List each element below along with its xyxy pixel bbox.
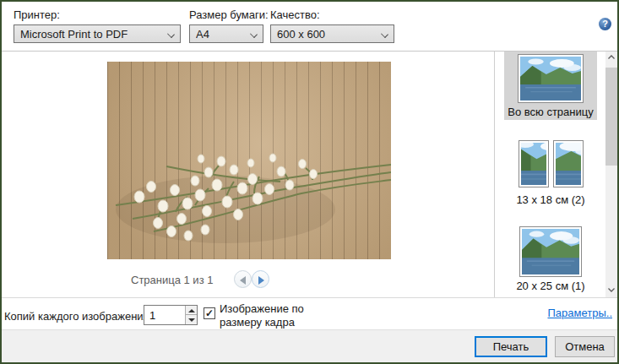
scrollbar-thumb[interactable] (605, 68, 617, 166)
page-status: Страница 1 из 1 (131, 274, 213, 286)
scroll-down-icon[interactable] (605, 285, 617, 298)
arrow-right-icon (258, 276, 264, 285)
layout-option-label: 13 x 18 см (2) (504, 193, 597, 206)
cancel-button[interactable]: Отмена (555, 336, 615, 357)
copies-input[interactable] (144, 306, 185, 324)
chevron-down-icon (381, 30, 388, 38)
lily-of-the-valley-illustration (107, 62, 391, 259)
chevron-down-icon (250, 30, 258, 38)
chevron-down-icon (167, 30, 175, 38)
panel-divider (494, 52, 495, 298)
paper-size-value: A4 (196, 28, 209, 41)
fit-to-frame-checkbox[interactable]: ✓ (204, 307, 215, 319)
copies-stepper (144, 305, 198, 325)
print-preview-photo (107, 62, 391, 259)
print-button[interactable]: Печать (475, 336, 547, 357)
quality-label: Качество: (270, 8, 320, 21)
paper-size-select[interactable]: A4 (189, 24, 263, 43)
printer-label: Принтер: (14, 8, 60, 21)
footer-divider (2, 297, 619, 298)
help-icon[interactable]: ? (599, 18, 611, 30)
next-page-button[interactable] (252, 270, 269, 288)
quality-value: 600 x 600 (277, 28, 325, 41)
button-strip: Печать Отмена (2, 329, 619, 364)
layout-scrollbar[interactable] (605, 52, 617, 298)
layout-option-13x18[interactable]: 13 x 18 см (2) (504, 138, 597, 205)
previous-page-button[interactable] (234, 270, 252, 288)
layout-thumbnail (518, 54, 584, 103)
spinner-down-icon[interactable] (185, 315, 197, 324)
paper-size-label: Размер бумаги: (189, 8, 269, 21)
layout-option-20x25[interactable]: 20 x 25 см (1) (504, 224, 597, 293)
scroll-up-icon[interactable] (605, 52, 617, 65)
arrow-left-icon (240, 276, 246, 285)
spinner-up-icon[interactable] (185, 306, 197, 315)
layout-thumbnail (519, 226, 582, 277)
fit-to-frame-label: Изображение по размеру кадра (220, 302, 328, 329)
options-link[interactable]: Параметры.. (547, 307, 612, 319)
printer-select[interactable]: Microsoft Print to PDF (14, 24, 181, 43)
copies-label: Копий каждого изображения: (4, 310, 152, 323)
printer-value: Microsoft Print to PDF (20, 28, 128, 41)
quality-select[interactable]: 600 x 600 (270, 24, 394, 43)
layout-option-label: Во всю страницу (504, 106, 597, 118)
print-pictures-dialog: Принтер: Microsoft Print to PDF Размер б… (0, 0, 619, 364)
layout-thumbnail (519, 140, 584, 187)
layout-option-full-page[interactable]: Во всю страницу (504, 52, 597, 120)
layout-option-label: 20 x 25 см (1) (504, 280, 597, 292)
